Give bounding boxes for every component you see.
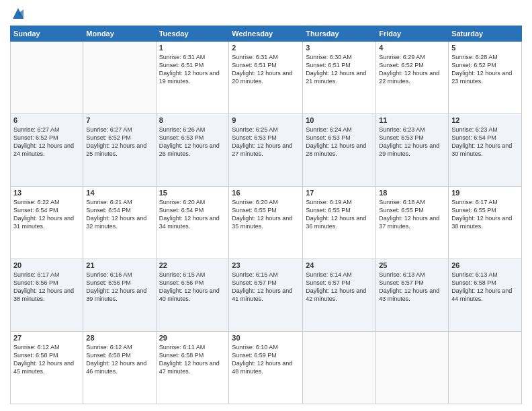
calendar-cell: 22Sunrise: 6:15 AM Sunset: 6:56 PM Dayli…	[156, 259, 229, 332]
calendar-cell	[303, 332, 376, 404]
calendar-cell: 23Sunrise: 6:15 AM Sunset: 6:57 PM Dayli…	[229, 259, 303, 332]
day-number: 3	[306, 44, 373, 52]
calendar-cell: 3Sunrise: 6:30 AM Sunset: 6:51 PM Daylig…	[303, 42, 376, 114]
calendar-day-header: Friday	[376, 26, 449, 42]
day-number: 9	[232, 116, 300, 124]
day-number: 2	[232, 44, 300, 52]
day-number: 11	[379, 116, 445, 124]
day-number: 13	[13, 189, 80, 197]
day-info: Sunrise: 6:17 AM Sunset: 6:56 PM Dayligh…	[13, 271, 80, 304]
day-info: Sunrise: 6:29 AM Sunset: 6:52 PM Dayligh…	[379, 53, 445, 86]
day-number: 20	[13, 261, 80, 269]
calendar-cell: 5Sunrise: 6:28 AM Sunset: 6:52 PM Daylig…	[449, 42, 522, 114]
day-info: Sunrise: 6:17 AM Sunset: 6:55 PM Dayligh…	[451, 198, 519, 231]
calendar-day-header: Thursday	[303, 26, 376, 42]
calendar-week-row: 13Sunrise: 6:22 AM Sunset: 6:54 PM Dayli…	[11, 187, 522, 259]
calendar-cell: 18Sunrise: 6:18 AM Sunset: 6:55 PM Dayli…	[376, 187, 449, 259]
calendar-cell	[449, 332, 522, 404]
calendar-cell	[11, 42, 83, 114]
day-info: Sunrise: 6:28 AM Sunset: 6:52 PM Dayligh…	[451, 53, 519, 86]
calendar-cell: 17Sunrise: 6:19 AM Sunset: 6:55 PM Dayli…	[303, 187, 376, 259]
day-number: 12	[451, 116, 519, 124]
day-info: Sunrise: 6:18 AM Sunset: 6:55 PM Dayligh…	[379, 198, 445, 231]
calendar-cell: 4Sunrise: 6:29 AM Sunset: 6:52 PM Daylig…	[376, 42, 449, 114]
day-number: 8	[159, 116, 226, 124]
calendar-week-row: 20Sunrise: 6:17 AM Sunset: 6:56 PM Dayli…	[11, 259, 522, 332]
calendar-cell: 20Sunrise: 6:17 AM Sunset: 6:56 PM Dayli…	[11, 259, 83, 332]
day-number: 19	[451, 189, 519, 197]
calendar-week-row: 1Sunrise: 6:31 AM Sunset: 6:51 PM Daylig…	[11, 42, 522, 114]
calendar-cell: 2Sunrise: 6:31 AM Sunset: 6:51 PM Daylig…	[229, 42, 303, 114]
day-info: Sunrise: 6:26 AM Sunset: 6:53 PM Dayligh…	[159, 126, 226, 158]
day-info: Sunrise: 6:13 AM Sunset: 6:58 PM Dayligh…	[451, 271, 519, 304]
calendar-day-header: Monday	[83, 26, 156, 42]
day-info: Sunrise: 6:15 AM Sunset: 6:56 PM Dayligh…	[159, 271, 226, 304]
day-number: 22	[159, 261, 226, 269]
day-number: 10	[306, 116, 373, 124]
day-info: Sunrise: 6:27 AM Sunset: 6:52 PM Dayligh…	[86, 126, 152, 158]
day-number: 24	[306, 261, 373, 269]
calendar-cell: 14Sunrise: 6:21 AM Sunset: 6:54 PM Dayli…	[83, 187, 156, 259]
calendar-cell: 28Sunrise: 6:12 AM Sunset: 6:58 PM Dayli…	[83, 332, 156, 404]
day-number: 27	[13, 334, 80, 342]
calendar-cell: 9Sunrise: 6:25 AM Sunset: 6:53 PM Daylig…	[229, 114, 303, 187]
calendar-cell: 10Sunrise: 6:24 AM Sunset: 6:53 PM Dayli…	[303, 114, 376, 187]
day-info: Sunrise: 6:22 AM Sunset: 6:54 PM Dayligh…	[13, 198, 80, 231]
day-number: 18	[379, 189, 445, 197]
day-info: Sunrise: 6:27 AM Sunset: 6:52 PM Dayligh…	[13, 126, 80, 158]
day-info: Sunrise: 6:23 AM Sunset: 6:53 PM Dayligh…	[379, 126, 445, 158]
calendar-day-header: Tuesday	[156, 26, 229, 42]
day-info: Sunrise: 6:16 AM Sunset: 6:56 PM Dayligh…	[86, 271, 152, 304]
calendar-cell: 12Sunrise: 6:23 AM Sunset: 6:54 PM Dayli…	[449, 114, 522, 187]
day-number: 26	[451, 261, 519, 269]
day-number: 1	[159, 44, 226, 52]
calendar-day-header: Wednesday	[229, 26, 303, 42]
day-info: Sunrise: 6:12 AM Sunset: 6:58 PM Dayligh…	[13, 343, 80, 376]
calendar-cell: 13Sunrise: 6:22 AM Sunset: 6:54 PM Dayli…	[11, 187, 83, 259]
day-info: Sunrise: 6:21 AM Sunset: 6:54 PM Dayligh…	[86, 198, 152, 231]
logo	[10, 7, 25, 20]
day-info: Sunrise: 6:19 AM Sunset: 6:55 PM Dayligh…	[306, 198, 373, 231]
calendar-cell: 26Sunrise: 6:13 AM Sunset: 6:58 PM Dayli…	[449, 259, 522, 332]
day-number: 28	[86, 334, 152, 342]
day-info: Sunrise: 6:15 AM Sunset: 6:57 PM Dayligh…	[232, 271, 300, 304]
day-info: Sunrise: 6:11 AM Sunset: 6:58 PM Dayligh…	[159, 343, 226, 376]
header	[10, 7, 522, 20]
calendar-cell: 7Sunrise: 6:27 AM Sunset: 6:52 PM Daylig…	[83, 114, 156, 187]
logo-icon	[11, 7, 25, 20]
calendar-week-row: 6Sunrise: 6:27 AM Sunset: 6:52 PM Daylig…	[11, 114, 522, 187]
calendar-cell: 24Sunrise: 6:14 AM Sunset: 6:57 PM Dayli…	[303, 259, 376, 332]
day-number: 25	[379, 261, 445, 269]
calendar-cell: 19Sunrise: 6:17 AM Sunset: 6:55 PM Dayli…	[449, 187, 522, 259]
day-number: 16	[232, 189, 300, 197]
day-number: 6	[13, 116, 80, 124]
calendar-cell: 30Sunrise: 6:10 AM Sunset: 6:59 PM Dayli…	[229, 332, 303, 404]
day-number: 23	[232, 261, 300, 269]
calendar-cell: 6Sunrise: 6:27 AM Sunset: 6:52 PM Daylig…	[11, 114, 83, 187]
calendar-cell	[376, 332, 449, 404]
day-number: 29	[159, 334, 226, 342]
day-number: 7	[86, 116, 152, 124]
day-number: 30	[232, 334, 300, 342]
day-number: 14	[86, 189, 152, 197]
day-info: Sunrise: 6:31 AM Sunset: 6:51 PM Dayligh…	[159, 53, 226, 86]
calendar-cell: 11Sunrise: 6:23 AM Sunset: 6:53 PM Dayli…	[376, 114, 449, 187]
day-info: Sunrise: 6:20 AM Sunset: 6:55 PM Dayligh…	[232, 198, 300, 231]
day-info: Sunrise: 6:10 AM Sunset: 6:59 PM Dayligh…	[232, 343, 300, 376]
day-info: Sunrise: 6:31 AM Sunset: 6:51 PM Dayligh…	[232, 53, 300, 86]
day-info: Sunrise: 6:20 AM Sunset: 6:54 PM Dayligh…	[159, 198, 226, 231]
calendar-cell: 27Sunrise: 6:12 AM Sunset: 6:58 PM Dayli…	[11, 332, 83, 404]
calendar-cell: 16Sunrise: 6:20 AM Sunset: 6:55 PM Dayli…	[229, 187, 303, 259]
calendar-cell: 1Sunrise: 6:31 AM Sunset: 6:51 PM Daylig…	[156, 42, 229, 114]
day-info: Sunrise: 6:25 AM Sunset: 6:53 PM Dayligh…	[232, 126, 300, 158]
calendar-week-row: 27Sunrise: 6:12 AM Sunset: 6:58 PM Dayli…	[11, 332, 522, 404]
calendar-cell: 8Sunrise: 6:26 AM Sunset: 6:53 PM Daylig…	[156, 114, 229, 187]
calendar-cell: 15Sunrise: 6:20 AM Sunset: 6:54 PM Dayli…	[156, 187, 229, 259]
day-info: Sunrise: 6:12 AM Sunset: 6:58 PM Dayligh…	[86, 343, 152, 376]
calendar-cell	[83, 42, 156, 114]
calendar-day-header: Sunday	[11, 26, 83, 42]
day-number: 17	[306, 189, 373, 197]
day-info: Sunrise: 6:30 AM Sunset: 6:51 PM Dayligh…	[306, 53, 373, 86]
day-number: 15	[159, 189, 226, 197]
calendar-cell: 21Sunrise: 6:16 AM Sunset: 6:56 PM Dayli…	[83, 259, 156, 332]
